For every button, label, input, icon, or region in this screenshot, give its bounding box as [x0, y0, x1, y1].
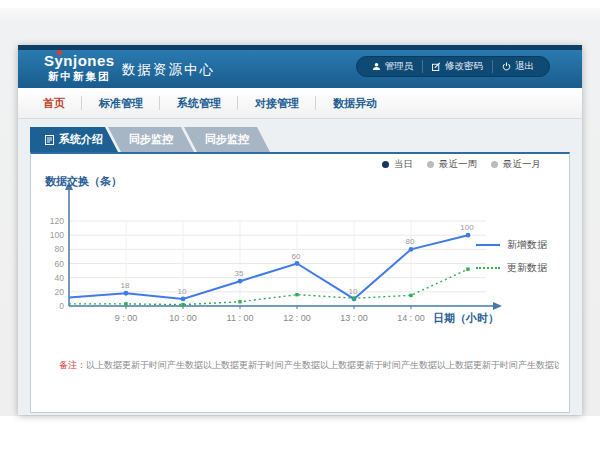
- tab-sync-monitor-2[interactable]: 同步监控: [184, 127, 270, 152]
- logout-button[interactable]: 退出: [492, 60, 543, 73]
- nav-item-home[interactable]: 首页: [26, 88, 82, 118]
- tab-label: 系统介绍: [59, 127, 103, 152]
- legend-label: 更新数据: [507, 261, 547, 275]
- svg-text:80: 80: [55, 244, 65, 254]
- svg-text:13 : 00: 13 : 00: [340, 313, 368, 323]
- edit-icon: [432, 62, 441, 71]
- svg-text:20: 20: [55, 287, 65, 297]
- svg-text:14 : 00: 14 : 00: [397, 313, 425, 323]
- radio-label: 最近一月: [503, 158, 541, 171]
- svg-text:11 : 00: 11 : 00: [227, 313, 254, 323]
- svg-text:12 : 00: 12 : 00: [283, 313, 311, 323]
- logo: Synjones 新中新集团: [44, 52, 115, 82]
- radio-label: 当日: [394, 158, 413, 171]
- document-icon: [45, 135, 54, 145]
- tabs-row: 系统介绍 同步监控 同步监控: [30, 127, 570, 152]
- radio-label: 最近一周: [439, 158, 477, 171]
- content-area: 系统介绍 同步监控 同步监控 当日 最近一周: [18, 119, 582, 413]
- svg-text:60: 60: [55, 259, 65, 269]
- svg-text:100: 100: [460, 223, 474, 232]
- svg-text:40: 40: [55, 273, 65, 283]
- tab-system-intro[interactable]: 系统介绍: [30, 127, 118, 152]
- radio-dot-icon: [382, 161, 389, 168]
- user-menu: 管理员 修改密码 退出: [356, 56, 551, 77]
- svg-text:60: 60: [292, 252, 301, 261]
- svg-text:9 : 00: 9 : 00: [115, 313, 138, 323]
- green-dotted-swatch-icon: [476, 267, 500, 269]
- legend-updated-data[interactable]: 更新数据: [476, 261, 547, 275]
- svg-text:0: 0: [59, 301, 64, 311]
- power-icon: [502, 62, 511, 71]
- radio-dot-icon: [491, 161, 498, 168]
- svg-text:80: 80: [406, 237, 415, 246]
- svg-text:100: 100: [50, 230, 64, 240]
- radio-last-month[interactable]: 最近一月: [491, 158, 541, 171]
- svg-text:日期（小时）: 日期（小时）: [433, 312, 499, 325]
- change-password-button[interactable]: 修改密码: [422, 60, 492, 73]
- page-title: 数据资源中心: [122, 61, 215, 79]
- note-text: 以上数据更新于时间产生数据以上数据更新于时间产生数据以上数据更新于时间产生数据以…: [86, 360, 559, 370]
- nav-item-system-mgmt[interactable]: 系统管理: [160, 88, 238, 118]
- app-window: Synjones 新中新集团 数据资源中心 管理员 修改密码 退出 首页 标准管…: [18, 45, 582, 415]
- logo-text: Synjones: [44, 53, 115, 70]
- tab-label: 同步监控: [205, 127, 249, 152]
- user-icon: [372, 62, 381, 71]
- logo-red-dot-icon: [57, 50, 62, 55]
- radio-last-week[interactable]: 最近一周: [427, 158, 477, 171]
- user-label: 管理员: [385, 60, 414, 73]
- user-button[interactable]: 管理员: [363, 60, 423, 73]
- logo-company-name: 新中新集团: [44, 71, 115, 83]
- time-filter: 当日 最近一周 最近一月: [382, 158, 541, 171]
- svg-text:10 : 00: 10 : 00: [169, 313, 197, 323]
- footer-note: 备注：以上数据更新于时间产生数据以上数据更新于时间产生数据以上数据更新于时间产生…: [59, 359, 559, 372]
- main-nav: 首页 标准管理 系统管理 对接管理 数据异动: [18, 88, 582, 119]
- legend-label: 新增数据: [507, 238, 547, 252]
- svg-text:10: 10: [349, 287, 358, 296]
- radio-dot-icon: [427, 161, 434, 168]
- svg-text:18: 18: [121, 281, 130, 290]
- app-header: Synjones 新中新集团 数据资源中心 管理员 修改密码 退出: [18, 45, 582, 88]
- chart-legend: 新增数据 更新数据: [476, 238, 547, 284]
- note-prefix: 备注：: [59, 360, 86, 370]
- tab-sync-monitor-1[interactable]: 同步监控: [108, 127, 194, 152]
- logout-label: 退出: [515, 60, 534, 73]
- svg-text:10: 10: [178, 287, 187, 296]
- nav-item-data-change[interactable]: 数据异动: [316, 88, 394, 118]
- svg-text:35: 35: [235, 269, 244, 278]
- tab-label: 同步监控: [129, 127, 173, 152]
- svg-text:数据交换（条）: 数据交换（条）: [44, 175, 122, 188]
- nav-item-standard-mgmt[interactable]: 标准管理: [82, 88, 160, 118]
- radio-today[interactable]: 当日: [382, 158, 413, 171]
- nav-item-interface-mgmt[interactable]: 对接管理: [238, 88, 316, 118]
- blue-line-swatch-icon: [476, 244, 500, 246]
- change-password-label: 修改密码: [445, 60, 483, 73]
- svg-text:120: 120: [50, 216, 64, 226]
- chart-panel: 当日 最近一周 最近一月 9 : 0010 : 0011 : 0012 : 00…: [30, 152, 570, 413]
- legend-new-data[interactable]: 新增数据: [476, 238, 547, 252]
